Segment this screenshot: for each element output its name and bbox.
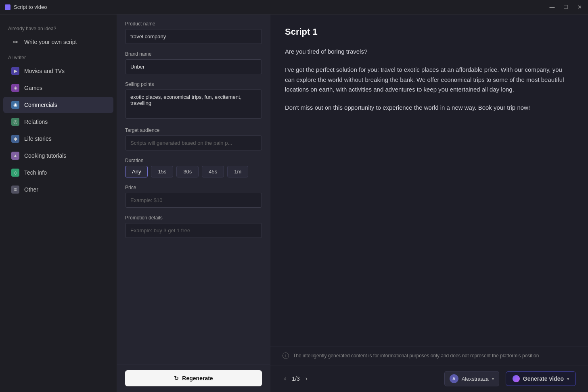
script-paragraph-2: I've got the perfect solution for you: t… xyxy=(285,65,573,95)
sidebar-label-commercials: Commercials xyxy=(24,102,57,108)
duration-buttons: Any 15s 30s 45s 1m xyxy=(125,166,262,177)
app-layout: Already have an idea? ✏ Write your own s… xyxy=(0,15,588,392)
form-panel: Product name Brand name Selling points e… xyxy=(117,15,270,392)
target-audience-field: Target audience xyxy=(125,127,262,150)
duration-15s[interactable]: 15s xyxy=(151,166,173,177)
pencil-icon: ✏ xyxy=(11,38,19,46)
script-panel: Script 1 Are you tired of boring travels… xyxy=(270,15,588,392)
pagination-prev[interactable]: ‹ xyxy=(282,374,288,383)
selling-points-input[interactable]: exotic places, economical trips, fun, ex… xyxy=(125,90,262,119)
sidebar-label-movies: Movies and TVs xyxy=(24,68,65,74)
target-audience-label: Target audience xyxy=(125,127,262,133)
sidebar-label-relations: Relations xyxy=(24,119,48,125)
duration-1m[interactable]: 1m xyxy=(227,166,248,177)
sidebar-item-cooking[interactable]: ▲ Cooking tutorials xyxy=(3,148,113,164)
sidebar-label-cooking: Cooking tutorials xyxy=(24,152,66,159)
disclaimer-text: The intelligently generated content is f… xyxy=(293,352,539,359)
sidebar-item-movies[interactable]: ▶ Movies and TVs xyxy=(3,63,113,79)
life-icon: ◆ xyxy=(11,135,19,143)
sidebar-label-other: Other xyxy=(24,186,38,193)
sidebar-item-tech[interactable]: ◇ Tech info xyxy=(3,165,113,181)
brand-name-label: Brand name xyxy=(125,51,262,57)
tech-icon: ◇ xyxy=(11,169,19,177)
maximize-button[interactable]: ☐ xyxy=(562,4,569,10)
sidebar-label-tech: Tech info xyxy=(24,169,47,176)
selling-points-field: Selling points exotic places, economical… xyxy=(125,81,262,120)
games-icon: ◈ xyxy=(11,84,19,92)
product-name-input[interactable] xyxy=(125,29,262,44)
sidebar-label-life: Life stories xyxy=(24,136,52,142)
script-paragraph-3: Don't miss out on this opportunity to ex… xyxy=(285,103,573,113)
regenerate-button[interactable]: ↻ Regenerate xyxy=(125,370,262,386)
close-button[interactable]: ✕ xyxy=(576,4,583,10)
generate-chevron: ▾ xyxy=(567,377,569,381)
window-controls: — ☐ ✕ xyxy=(548,4,583,10)
price-input[interactable] xyxy=(125,193,262,208)
sidebar-item-games[interactable]: ◈ Games xyxy=(3,80,113,96)
sidebar-item-other[interactable]: ≡ Other xyxy=(3,181,113,198)
form-scroll: Product name Brand name Selling points e… xyxy=(117,15,270,364)
price-label: Price xyxy=(125,185,262,190)
selling-points-label: Selling points xyxy=(125,81,262,87)
user-avatar: A xyxy=(450,374,458,383)
sidebar-label-games: Games xyxy=(24,85,42,91)
sidebar: Already have an idea? ✏ Write your own s… xyxy=(0,15,117,392)
script-title: Script 1 xyxy=(285,27,573,37)
generate-label: Generate video xyxy=(523,375,564,382)
target-audience-input[interactable] xyxy=(125,136,262,150)
info-icon: i xyxy=(282,352,289,359)
pagination-display: 1/3 xyxy=(292,375,299,382)
commercials-icon: ◉ xyxy=(11,101,19,109)
brand-name-input[interactable] xyxy=(125,59,262,74)
script-paragraph-1: Are you tired of boring travels? xyxy=(285,47,573,57)
pagination: ‹ 1/3 › xyxy=(282,374,309,383)
script-body: Script 1 Are you tired of boring travels… xyxy=(270,15,588,346)
product-name-field: Product name xyxy=(125,21,262,44)
generate-video-button[interactable]: Generate video ▾ xyxy=(506,371,576,386)
minimize-button[interactable]: — xyxy=(548,4,556,10)
app-title: Script to video xyxy=(14,4,548,10)
sidebar-item-commercials[interactable]: ◉ Commercials xyxy=(3,97,113,113)
other-icon: ≡ xyxy=(11,186,19,194)
form-footer: ↻ Regenerate xyxy=(117,364,270,392)
sidebar-idea-label: Already have an idea? xyxy=(0,23,117,33)
cooking-icon: ▲ xyxy=(11,152,19,160)
relations-icon: ◎ xyxy=(11,118,19,126)
promotion-input[interactable] xyxy=(125,223,262,238)
duration-label: Duration xyxy=(125,158,262,163)
sidebar-item-life[interactable]: ◆ Life stories xyxy=(3,131,113,147)
product-name-label: Product name xyxy=(125,21,262,27)
brand-name-field: Brand name xyxy=(125,51,262,74)
write-own-label: Write your own script xyxy=(24,39,77,45)
main-content: Product name Brand name Selling points e… xyxy=(117,15,588,392)
regenerate-spinner-icon: ↻ xyxy=(174,375,179,382)
duration-30s[interactable]: 30s xyxy=(176,166,199,177)
app-icon xyxy=(5,4,10,10)
promotion-field: Promotion details xyxy=(125,215,262,238)
regenerate-label: Regenerate xyxy=(182,375,213,382)
user-selector[interactable]: A Alexstrasza ▾ xyxy=(444,371,499,386)
duration-45s[interactable]: 45s xyxy=(202,166,224,177)
script-disclaimer: i The intelligently generated content is… xyxy=(270,346,588,365)
promotion-label: Promotion details xyxy=(125,215,262,221)
sidebar-ai-label: AI writer xyxy=(0,52,117,62)
generate-icon xyxy=(513,375,520,382)
sidebar-item-relations[interactable]: ◎ Relations xyxy=(3,114,113,130)
duration-any[interactable]: Any xyxy=(125,166,148,177)
title-bar: Script to video — ☐ ✕ xyxy=(0,0,588,15)
movies-icon: ▶ xyxy=(11,67,19,75)
pagination-next[interactable]: › xyxy=(304,374,309,383)
sidebar-item-write-own[interactable]: ✏ Write your own script xyxy=(3,34,113,50)
user-selector-chevron: ▾ xyxy=(492,377,494,381)
user-name: Alexstrasza xyxy=(462,376,489,382)
duration-field: Duration Any 15s 30s 45s 1m xyxy=(125,158,262,177)
price-field: Price xyxy=(125,185,262,208)
script-footer: ‹ 1/3 › A Alexstrasza ▾ Generate video ▾ xyxy=(270,365,588,392)
